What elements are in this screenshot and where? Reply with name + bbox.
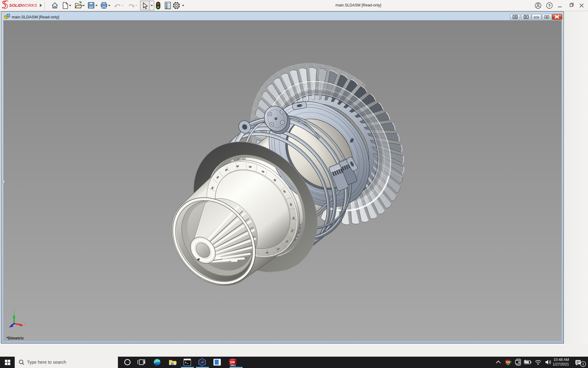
svg-text:2021: 2021 xyxy=(230,364,236,367)
svg-text:1: 1 xyxy=(582,362,584,366)
svg-text:SW: SW xyxy=(230,361,235,364)
svg-text:x: x xyxy=(24,323,25,326)
svg-text:WORKS: WORKS xyxy=(21,3,37,8)
svg-text:SOLID: SOLID xyxy=(9,3,22,8)
svg-text:?: ? xyxy=(548,3,551,8)
